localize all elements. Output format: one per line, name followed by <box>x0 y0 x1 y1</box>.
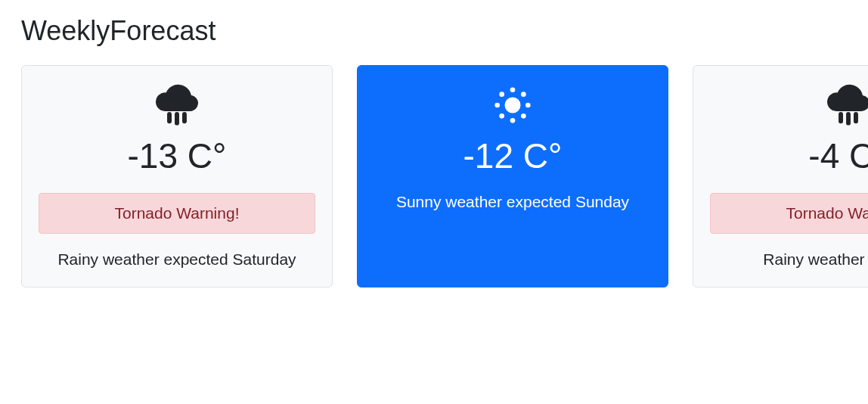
svg-point-3 <box>505 98 521 113</box>
svg-rect-13 <box>846 112 851 126</box>
svg-point-10 <box>499 113 504 119</box>
forecast-description: Rainy weather expected <box>710 250 868 269</box>
temperature: -12 C° <box>374 135 651 176</box>
rain-icon <box>39 81 315 126</box>
svg-rect-0 <box>167 112 172 123</box>
svg-point-4 <box>510 87 516 92</box>
svg-rect-2 <box>182 112 187 123</box>
svg-rect-1 <box>175 112 179 126</box>
forecast-row: -13 C° Tornado Warning! Rainy weather ex… <box>21 65 847 287</box>
forecast-description: Sunny weather expected Sunday <box>374 193 651 211</box>
svg-point-8 <box>499 92 504 97</box>
sun-icon <box>374 81 651 126</box>
rain-icon <box>710 81 868 126</box>
weather-alert: Tornado Warning! <box>39 193 315 234</box>
forecast-description: Rainy weather expected Saturday <box>39 250 315 269</box>
svg-rect-12 <box>839 112 843 123</box>
svg-point-7 <box>525 103 531 108</box>
forecast-card[interactable]: -4 C° Tornado Warning! Rainy weather exp… <box>693 65 868 287</box>
page-title: WeeklyForecast <box>21 15 847 47</box>
temperature: -4 C° <box>710 135 868 176</box>
svg-point-5 <box>510 118 516 123</box>
svg-point-9 <box>521 92 526 97</box>
svg-point-11 <box>521 113 526 119</box>
temperature: -13 C° <box>39 135 315 176</box>
forecast-card[interactable]: -13 C° Tornado Warning! Rainy weather ex… <box>21 65 333 287</box>
svg-rect-14 <box>854 112 858 123</box>
forecast-card[interactable]: -12 C° Sunny weather expected Sunday <box>357 65 668 287</box>
svg-point-6 <box>494 103 500 108</box>
weather-alert: Tornado Warning! <box>710 193 868 234</box>
